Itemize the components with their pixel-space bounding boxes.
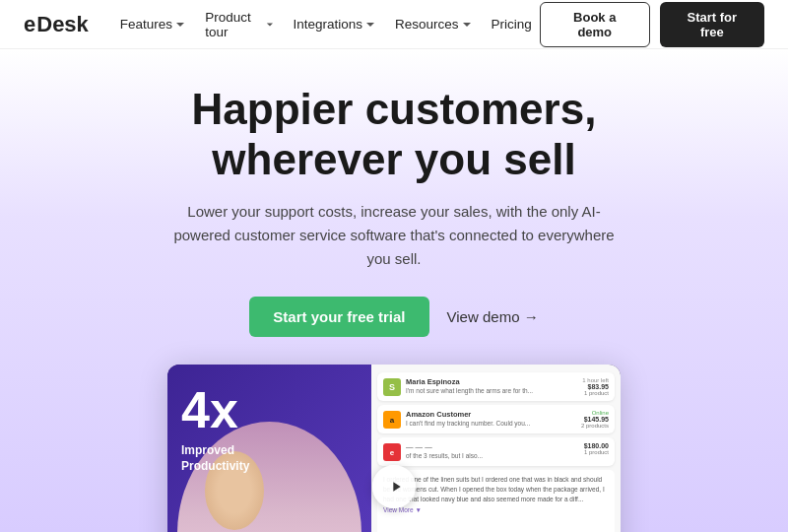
play-button[interactable] — [372, 465, 416, 508]
logo[interactable]: eDesk — [24, 12, 89, 37]
book-demo-button[interactable]: Book a demo — [540, 2, 650, 47]
hero-section: Happier customers, wherever you sell Low… — [0, 49, 788, 532]
stat-label: ImprovedProductivity — [181, 443, 249, 474]
nav-pricing[interactable]: Pricing — [484, 4, 540, 45]
start-free-button[interactable]: Start for free — [660, 2, 764, 47]
chat-content-1: Maria Espinoza I'm not sure what length … — [406, 377, 577, 395]
logo-text: Desk — [36, 12, 89, 37]
nav-features[interactable]: Features — [112, 4, 193, 45]
chat-content-2: Amazon Customer I can't find my tracking… — [406, 410, 576, 428]
nav-links: Features Product tour Integrations Resou… — [112, 4, 540, 45]
video-container[interactable]: 4x ImprovedProductivity S Maria Espinoza… — [167, 365, 621, 532]
hero-subtitle: Lower your support costs, increase your … — [167, 200, 621, 271]
hero-title: Happier customers, wherever you sell — [192, 85, 597, 184]
video-left-panel: 4x ImprovedProductivity — [167, 365, 371, 532]
navigation: eDesk Features Product tour Integrations… — [0, 0, 788, 49]
stat-4x: 4x — [181, 384, 238, 435]
shopify-icon: S — [383, 378, 401, 396]
start-trial-button[interactable]: Start your free trial — [249, 297, 428, 337]
view-demo-button[interactable]: View demo → — [447, 308, 539, 325]
chat-row-shopify: S Maria Espinoza I'm not sure what lengt… — [377, 372, 615, 401]
amazon-icon: a — [383, 411, 401, 429]
logo-e: e — [24, 12, 35, 37]
chat-row-amazon: a Amazon Customer I can't find my tracki… — [377, 405, 615, 433]
nav-resources[interactable]: Resources — [387, 4, 480, 45]
hero-cta-group: Start your free trial View demo → — [249, 297, 538, 337]
view-more-link[interactable]: View More ▼ — [383, 505, 609, 515]
video-right-panel: S Maria Espinoza I'm not sure what lengt… — [371, 365, 621, 532]
nav-right: Book a demo Start for free — [540, 2, 764, 47]
nav-integrations[interactable]: Integrations — [285, 4, 383, 45]
chat-row-ebay: e — — — of the 3 results, but I also... … — [377, 437, 615, 466]
video-wrapper: 4x ImprovedProductivity S Maria Espinoza… — [167, 365, 621, 532]
video-inner: 4x ImprovedProductivity S Maria Espinoza… — [167, 365, 621, 532]
nav-product-tour[interactable]: Product tour — [197, 4, 281, 45]
nav-left: eDesk Features Product tour Integrations… — [24, 4, 540, 45]
ebay-icon: e — [383, 443, 401, 461]
chat-content-3: — — — of the 3 results, but I also... — [406, 442, 579, 460]
